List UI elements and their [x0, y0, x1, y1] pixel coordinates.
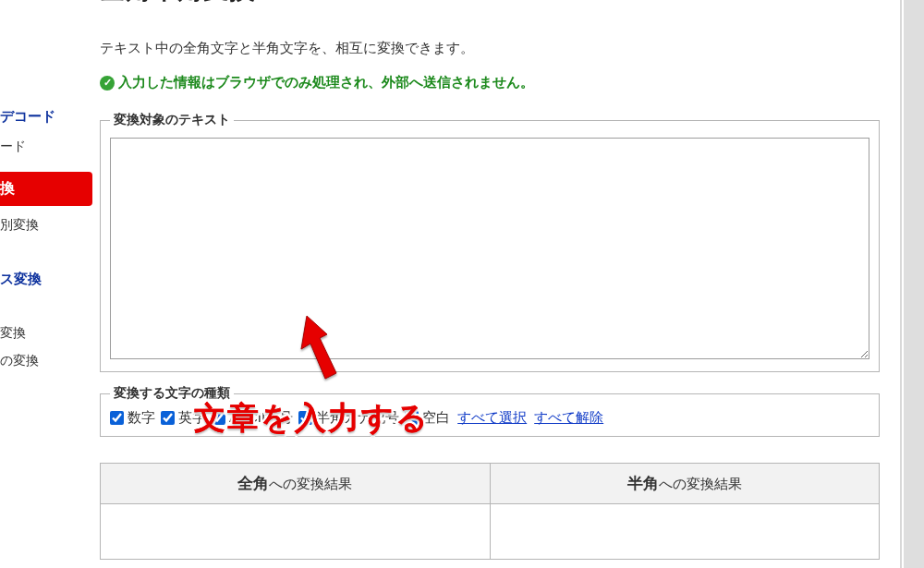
sidebar-item-convert[interactable]: ス変換 — [0, 263, 92, 296]
checkbox-digits-label: 数字 — [128, 409, 155, 427]
deselect-all-link[interactable]: すべて解除 — [534, 409, 603, 427]
sidebar: デコード ード 換 別変換 ス変換 変換 の変換 — [0, 0, 92, 568]
page-container: デコード ード 換 別変換 ス変換 変換 の変換 全角半角変換 テキスト中の全角… — [0, 0, 902, 568]
results-cell-zenkaku — [101, 504, 491, 560]
sidebar-item-sub-3[interactable]: 変換 — [0, 320, 92, 347]
page-description: テキスト中の全角文字と半角文字を、相互に変換できます。 — [100, 37, 880, 59]
results-header-zenkaku: 全角への変換結果 — [101, 464, 491, 504]
checkbox-space-label: 空白 — [422, 409, 450, 427]
window-right-gutter — [904, 0, 924, 568]
checkbox-alpha[interactable]: 英字 — [161, 409, 206, 427]
privacy-notice: ✓ 入力した情報はブラウザでのみ処理され、外部へ送信されません。 — [100, 74, 880, 91]
checkbox-digits-input[interactable] — [110, 411, 124, 425]
sidebar-item-sub-2[interactable]: 別変換 — [0, 211, 92, 239]
checkbox-ascii-symbol[interactable]: ASCII記号 — [212, 409, 293, 427]
checkbox-space-input[interactable] — [405, 411, 419, 425]
select-all-link[interactable]: すべて選択 — [457, 409, 527, 427]
page-title: 全角半角変換 — [100, 0, 880, 13]
sidebar-item-sub-1[interactable]: ード — [0, 133, 92, 161]
main-content: 全角半角変換 テキスト中の全角文字と半角文字を、相互に変換できます。 ✓ 入力し… — [92, 0, 902, 560]
options-fieldset-legend: 変換する文字の種類 — [110, 385, 234, 402]
privacy-notice-text: 入力した情報はブラウザでのみ処理され、外部へ送信されません。 — [118, 74, 534, 91]
results-table: 全角への変換結果 半角への変換結果 — [100, 463, 880, 560]
sidebar-item-active[interactable]: 換 — [0, 172, 92, 206]
results-header-hankaku: 半角への変換結果 — [490, 464, 880, 504]
source-textarea[interactable] — [110, 138, 869, 359]
options-row: 数字 英字 ASCII記号 半角カナ記号 空白 すべて — [110, 409, 869, 427]
checkbox-ascii-symbol-label: ASCII記号 — [229, 409, 293, 427]
check-circle-icon: ✓ — [100, 76, 115, 91]
results-cell-hankaku — [490, 504, 880, 560]
checkbox-kana-symbol-label: 半角カナ記号 — [316, 409, 399, 427]
input-fieldset-legend: 変換対象のテキスト — [110, 112, 234, 128]
checkbox-space[interactable]: 空白 — [405, 409, 450, 427]
input-fieldset: 変換対象のテキスト — [100, 112, 880, 372]
sidebar-item-decode[interactable]: デコード — [0, 101, 92, 133]
checkbox-ascii-symbol-input[interactable] — [212, 411, 225, 425]
checkbox-kana-symbol[interactable]: 半角カナ記号 — [298, 409, 399, 427]
options-fieldset: 変換する文字の種類 数字 英字 ASCII記号 半角カナ記号 — [100, 385, 880, 437]
checkbox-kana-symbol-input[interactable] — [298, 411, 312, 425]
checkbox-alpha-label: 英字 — [178, 409, 206, 427]
checkbox-alpha-input[interactable] — [161, 411, 175, 425]
sidebar-item-sub-4[interactable]: の変換 — [0, 347, 92, 375]
checkbox-digits[interactable]: 数字 — [110, 409, 155, 427]
